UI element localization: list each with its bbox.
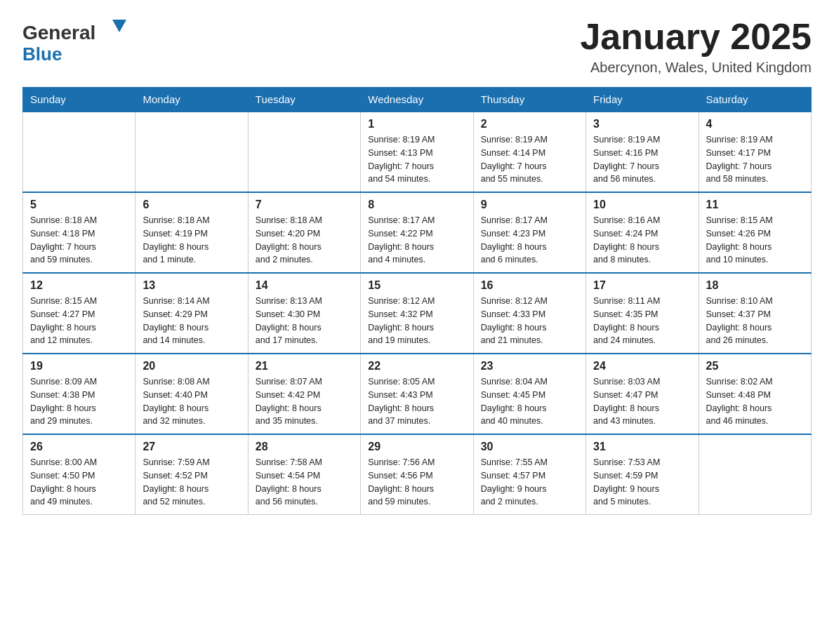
- day-number: 17: [593, 279, 691, 292]
- day-info: Sunrise: 8:18 AM Sunset: 4:19 PM Dayligh…: [143, 214, 240, 267]
- location: Abercynon, Wales, United Kingdom: [580, 60, 812, 76]
- day-info: Sunrise: 7:58 AM Sunset: 4:54 PM Dayligh…: [256, 456, 353, 509]
- calendar-cell-w5-d3: 28Sunrise: 7:58 AM Sunset: 4:54 PM Dayli…: [248, 434, 360, 515]
- day-number: 21: [256, 360, 353, 373]
- calendar-cell-w2-d7: 11Sunrise: 8:15 AM Sunset: 4:26 PM Dayli…: [699, 192, 811, 273]
- day-number: 10: [593, 199, 691, 211]
- week-row-2: 5Sunrise: 8:18 AM Sunset: 4:18 PM Daylig…: [23, 192, 812, 273]
- calendar-cell-w4-d7: 25Sunrise: 8:02 AM Sunset: 4:48 PM Dayli…: [699, 354, 811, 434]
- calendar-cell-w4-d1: 19Sunrise: 8:09 AM Sunset: 4:38 PM Dayli…: [23, 354, 135, 434]
- calendar-cell-w2-d6: 10Sunrise: 8:16 AM Sunset: 4:24 PM Dayli…: [586, 192, 699, 273]
- day-info: Sunrise: 7:55 AM Sunset: 4:57 PM Dayligh…: [481, 456, 578, 509]
- page-header: General Blue January 2025 Abercynon, Wal…: [22, 17, 812, 76]
- day-info: Sunrise: 8:17 AM Sunset: 4:23 PM Dayligh…: [481, 214, 578, 267]
- logo: General Blue: [22, 17, 128, 65]
- day-number: 29: [368, 441, 465, 453]
- col-thursday: Thursday: [473, 88, 585, 112]
- calendar-cell-w5-d6: 31Sunrise: 7:53 AM Sunset: 4:59 PM Dayli…: [586, 434, 699, 515]
- day-info: Sunrise: 8:15 AM Sunset: 4:26 PM Dayligh…: [706, 214, 804, 267]
- calendar-cell-w3-d5: 16Sunrise: 8:12 AM Sunset: 4:33 PM Dayli…: [473, 273, 585, 354]
- calendar-table: Sunday Monday Tuesday Wednesday Thursday…: [22, 87, 812, 515]
- col-tuesday: Tuesday: [248, 88, 360, 112]
- calendar-cell-w3-d7: 18Sunrise: 8:10 AM Sunset: 4:37 PM Dayli…: [699, 273, 811, 354]
- calendar-cell-w2-d1: 5Sunrise: 8:18 AM Sunset: 4:18 PM Daylig…: [23, 192, 135, 273]
- calendar-cell-w4-d2: 20Sunrise: 8:08 AM Sunset: 4:40 PM Dayli…: [135, 354, 248, 434]
- day-info: Sunrise: 8:12 AM Sunset: 4:33 PM Dayligh…: [481, 295, 578, 347]
- day-info: Sunrise: 8:02 AM Sunset: 4:48 PM Dayligh…: [706, 375, 804, 428]
- calendar-cell-w5-d7: [699, 434, 811, 515]
- calendar-cell-w5-d4: 29Sunrise: 7:56 AM Sunset: 4:56 PM Dayli…: [361, 434, 473, 515]
- day-number: 31: [593, 441, 691, 453]
- svg-marker-1: [112, 20, 126, 32]
- day-number: 15: [368, 279, 465, 292]
- calendar-cell-w2-d5: 9Sunrise: 8:17 AM Sunset: 4:23 PM Daylig…: [473, 192, 585, 273]
- day-number: 26: [30, 441, 128, 453]
- calendar-cell-w5-d5: 30Sunrise: 7:55 AM Sunset: 4:57 PM Dayli…: [473, 434, 585, 515]
- day-info: Sunrise: 8:08 AM Sunset: 4:40 PM Dayligh…: [143, 375, 240, 428]
- day-number: 13: [143, 279, 240, 292]
- day-number: 6: [143, 199, 240, 211]
- col-monday: Monday: [135, 88, 248, 112]
- day-info: Sunrise: 8:05 AM Sunset: 4:43 PM Dayligh…: [368, 375, 465, 428]
- calendar-cell-w1-d5: 2Sunrise: 8:19 AM Sunset: 4:14 PM Daylig…: [473, 112, 585, 192]
- calendar-cell-w2-d2: 6Sunrise: 8:18 AM Sunset: 4:19 PM Daylig…: [135, 192, 248, 273]
- calendar-cell-w1-d6: 3Sunrise: 8:19 AM Sunset: 4:16 PM Daylig…: [586, 112, 699, 192]
- day-info: Sunrise: 7:53 AM Sunset: 4:59 PM Dayligh…: [593, 456, 691, 509]
- calendar-cell-w1-d1: [23, 112, 135, 192]
- col-friday: Friday: [586, 88, 699, 112]
- calendar-cell-w2-d3: 7Sunrise: 8:18 AM Sunset: 4:20 PM Daylig…: [248, 192, 360, 273]
- day-info: Sunrise: 7:56 AM Sunset: 4:56 PM Dayligh…: [368, 456, 465, 509]
- calendar-cell-w5-d1: 26Sunrise: 8:00 AM Sunset: 4:50 PM Dayli…: [23, 434, 135, 515]
- day-number: 9: [481, 199, 578, 211]
- calendar-cell-w4-d6: 24Sunrise: 8:03 AM Sunset: 4:47 PM Dayli…: [586, 354, 699, 434]
- day-number: 14: [256, 279, 353, 292]
- calendar-cell-w4-d4: 22Sunrise: 8:05 AM Sunset: 4:43 PM Dayli…: [361, 354, 473, 434]
- day-info: Sunrise: 8:09 AM Sunset: 4:38 PM Dayligh…: [30, 375, 128, 428]
- day-info: Sunrise: 8:12 AM Sunset: 4:32 PM Dayligh…: [368, 295, 465, 347]
- day-info: Sunrise: 8:10 AM Sunset: 4:37 PM Dayligh…: [706, 295, 804, 347]
- day-info: Sunrise: 8:04 AM Sunset: 4:45 PM Dayligh…: [481, 375, 578, 428]
- day-info: Sunrise: 8:13 AM Sunset: 4:30 PM Dayligh…: [256, 295, 353, 347]
- title-block: January 2025 Abercynon, Wales, United Ki…: [580, 17, 812, 76]
- calendar-cell-w3-d1: 12Sunrise: 8:15 AM Sunset: 4:27 PM Dayli…: [23, 273, 135, 354]
- day-info: Sunrise: 8:19 AM Sunset: 4:16 PM Dayligh…: [593, 133, 691, 186]
- day-number: 16: [481, 279, 578, 292]
- day-info: Sunrise: 8:11 AM Sunset: 4:35 PM Dayligh…: [593, 295, 691, 347]
- day-number: 1: [368, 118, 465, 130]
- logo-svg: General Blue: [22, 17, 128, 65]
- day-info: Sunrise: 8:19 AM Sunset: 4:17 PM Dayligh…: [706, 133, 804, 186]
- day-number: 2: [481, 118, 578, 130]
- calendar-cell-w1-d4: 1Sunrise: 8:19 AM Sunset: 4:13 PM Daylig…: [361, 112, 473, 192]
- day-number: 4: [706, 118, 804, 130]
- day-number: 23: [481, 360, 578, 373]
- day-info: Sunrise: 8:15 AM Sunset: 4:27 PM Dayligh…: [30, 295, 128, 347]
- day-info: Sunrise: 8:19 AM Sunset: 4:14 PM Dayligh…: [481, 133, 578, 186]
- day-info: Sunrise: 8:17 AM Sunset: 4:22 PM Dayligh…: [368, 214, 465, 267]
- day-number: 22: [368, 360, 465, 373]
- day-info: Sunrise: 7:59 AM Sunset: 4:52 PM Dayligh…: [143, 456, 240, 509]
- calendar-cell-w3-d2: 13Sunrise: 8:14 AM Sunset: 4:29 PM Dayli…: [135, 273, 248, 354]
- day-number: 12: [30, 279, 128, 292]
- calendar-cell-w3-d3: 14Sunrise: 8:13 AM Sunset: 4:30 PM Dayli…: [248, 273, 360, 354]
- day-number: 27: [143, 441, 240, 453]
- day-number: 11: [706, 199, 804, 211]
- day-number: 18: [706, 279, 804, 292]
- day-info: Sunrise: 8:16 AM Sunset: 4:24 PM Dayligh…: [593, 214, 691, 267]
- day-number: 8: [368, 199, 465, 211]
- day-info: Sunrise: 8:18 AM Sunset: 4:18 PM Dayligh…: [30, 214, 128, 267]
- day-number: 5: [30, 199, 128, 211]
- calendar-cell-w3-d4: 15Sunrise: 8:12 AM Sunset: 4:32 PM Dayli…: [361, 273, 473, 354]
- col-wednesday: Wednesday: [361, 88, 473, 112]
- day-number: 19: [30, 360, 128, 373]
- calendar-cell-w1-d2: [135, 112, 248, 192]
- svg-text:Blue: Blue: [22, 43, 62, 65]
- month-title: January 2025: [580, 17, 812, 57]
- day-number: 24: [593, 360, 691, 373]
- calendar-cell-w1-d3: [248, 112, 360, 192]
- calendar-cell-w4-d5: 23Sunrise: 8:04 AM Sunset: 4:45 PM Dayli…: [473, 354, 585, 434]
- day-number: 20: [143, 360, 240, 373]
- day-number: 25: [706, 360, 804, 373]
- week-row-5: 26Sunrise: 8:00 AM Sunset: 4:50 PM Dayli…: [23, 434, 812, 515]
- day-number: 28: [256, 441, 353, 453]
- day-info: Sunrise: 8:03 AM Sunset: 4:47 PM Dayligh…: [593, 375, 691, 428]
